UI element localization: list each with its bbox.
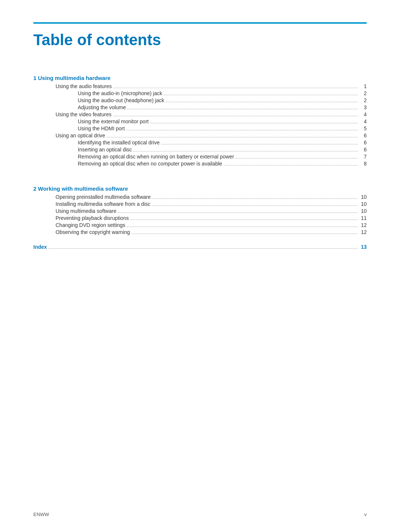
toc-entry-1-11: Removing an optical disc when running on… — [33, 154, 367, 160]
top-border — [33, 22, 367, 24]
toc-page-number: 11 — [359, 215, 367, 221]
toc-page-number: 4 — [359, 111, 367, 117]
toc-entry-label: Observing the copyright warning — [56, 229, 130, 235]
toc-entry-label: Using the audio-in (microphone) jack — [78, 90, 162, 96]
toc-entry-1-6: Using the external monitor port4 — [33, 118, 367, 124]
toc-entry-label: Using multimedia software — [56, 208, 116, 214]
toc-entry-label: Removing an optical disc when running on… — [78, 154, 234, 160]
toc-page-number: 10 — [359, 201, 367, 207]
toc-dots — [127, 109, 358, 109]
toc-page-number: 1 — [359, 83, 367, 89]
toc-entry-label: Using the audio features — [56, 83, 112, 89]
footer-right: v — [364, 512, 367, 517]
toc-entry-label: Using the external monitor port — [78, 118, 149, 124]
index-page-number: 13 — [359, 244, 367, 250]
toc-entry-2-4: Preventing playback disruptions11 — [33, 215, 367, 221]
toc-entry-label: Opening preinstalled multimedia software — [56, 194, 151, 200]
toc-dots — [127, 227, 358, 227]
toc-entry-label: Preventing playback disruptions — [56, 215, 129, 221]
toc-dots — [161, 144, 358, 144]
toc-dots — [113, 116, 358, 116]
page-container: Table of contents 1 Using multimedia har… — [0, 0, 400, 280]
toc-entry-label: Removing an optical disc when no compute… — [78, 161, 222, 167]
toc-entry-2-3: Using multimedia software10 — [33, 208, 367, 214]
toc-dots — [236, 158, 358, 158]
toc-entry-label: Identifying the installed optical drive — [78, 140, 160, 145]
toc-page-number: 7 — [359, 154, 367, 160]
page-footer: ENWW v — [33, 512, 367, 517]
toc-entry-label: Using the video features — [56, 111, 111, 117]
toc-page-number: 6 — [359, 133, 367, 138]
toc-entry-2-6: Observing the copyright warning12 — [33, 229, 367, 235]
toc-entry-1-8: Using an optical drive6 — [33, 133, 367, 138]
toc-entry-label: Inserting an optical disc — [78, 147, 132, 153]
chapter-heading-1: 1 Using multimedia hardware — [33, 75, 367, 81]
toc-dots — [118, 213, 358, 213]
toc-entry-1-1: Using the audio features1 — [33, 83, 367, 89]
toc-entry-1-4: Adjusting the volume3 — [33, 104, 367, 110]
toc-page-number: 6 — [359, 140, 367, 145]
index-entry: Index13 — [33, 244, 367, 250]
toc-page-number: 12 — [359, 229, 367, 235]
toc-dots — [126, 130, 358, 130]
toc-entry-2-2: Installing multimedia software from a di… — [33, 201, 367, 207]
toc-page-number: 10 — [359, 194, 367, 200]
toc-entry-label: Using the HDMI port — [78, 126, 125, 131]
toc-dots — [107, 137, 358, 137]
toc-dots — [152, 198, 358, 199]
toc-dots — [150, 123, 358, 123]
chapter-heading-2: 2 Working with multimedia software — [33, 185, 367, 192]
toc-dots — [130, 220, 358, 220]
toc-entry-label: Using an optical drive — [56, 133, 105, 138]
index-label: Index — [33, 244, 47, 250]
toc-dots — [113, 88, 358, 88]
toc-page-number: 6 — [359, 147, 367, 153]
toc-page-number: 12 — [359, 222, 367, 228]
toc-entry-1-5: Using the video features4 — [33, 111, 367, 117]
toc-entry-1-12: Removing an optical disc when no compute… — [33, 161, 367, 167]
toc-entry-1-7: Using the HDMI port5 — [33, 126, 367, 131]
toc-page-number: 3 — [359, 104, 367, 110]
toc-dots — [224, 165, 358, 165]
toc-entry-label: Changing DVD region settings — [56, 222, 125, 228]
toc-dots — [152, 205, 358, 206]
toc-entry-2-5: Changing DVD region settings12 — [33, 222, 367, 228]
toc-page-number: 8 — [359, 161, 367, 167]
toc-dots — [166, 102, 358, 102]
toc-entry-2-1: Opening preinstalled multimedia software… — [33, 194, 367, 200]
toc-entry-1-2: Using the audio-in (microphone) jack2 — [33, 90, 367, 96]
toc-page-number: 5 — [359, 126, 367, 131]
toc-page-number: 2 — [359, 90, 367, 96]
toc-content: 1 Using multimedia hardwareUsing the aud… — [33, 75, 367, 235]
footer-left: ENWW — [33, 512, 49, 517]
toc-dots — [131, 234, 358, 234]
toc-entry-1-10: Inserting an optical disc6 — [33, 147, 367, 153]
toc-entry-label: Installing multimedia software from a di… — [56, 201, 150, 207]
toc-entry-1-9: Identifying the installed optical drive6 — [33, 140, 367, 145]
toc-entry-label: Adjusting the volume — [78, 104, 126, 110]
toc-page-number: 4 — [359, 118, 367, 124]
toc-entry-label: Using the audio-out (headphone) jack — [78, 97, 164, 103]
toc-entry-1-3: Using the audio-out (headphone) jack2 — [33, 97, 367, 103]
toc-dots — [164, 95, 358, 95]
toc-dots — [133, 151, 358, 151]
page-title: Table of contents — [33, 31, 367, 53]
toc-page-number: 10 — [359, 208, 367, 214]
index-dots — [49, 248, 358, 249]
toc-page-number: 2 — [359, 97, 367, 103]
